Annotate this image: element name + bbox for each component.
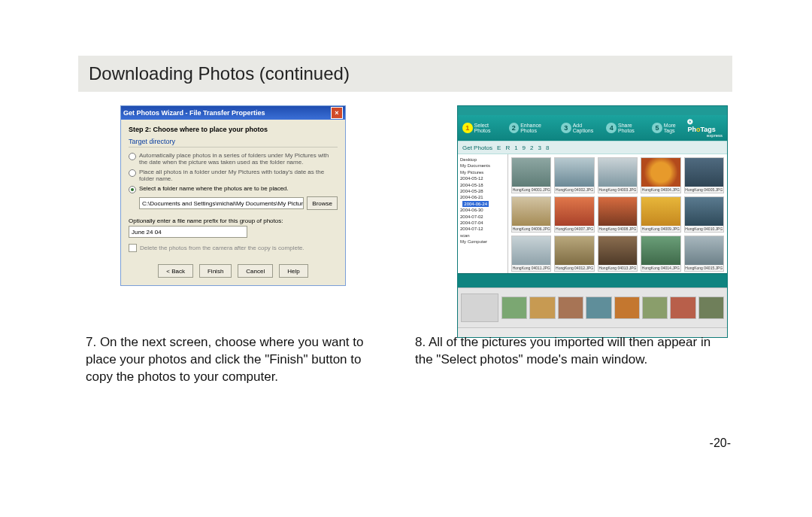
tray-controls[interactable] xyxy=(461,293,498,322)
tree-node[interactable]: 2004-06-21 xyxy=(460,194,505,200)
thumbnail-image xyxy=(598,197,637,226)
radio-option-today[interactable]: Place all photos in a folder under My Pi… xyxy=(129,169,338,182)
close-icon[interactable]: × xyxy=(331,107,343,119)
thumbnail[interactable]: HongKong 04005.JPG xyxy=(684,157,724,193)
thumbnail-label: HongKong 04007.JPG xyxy=(555,226,593,232)
workflow-step-2[interactable]: 2Enhance Photos xyxy=(509,123,558,133)
toolbar-item[interactable]: Get Photos xyxy=(462,144,492,151)
thumbnail[interactable]: HongKong 04006.JPG xyxy=(511,196,551,233)
dialog-titlebar: Get Photos Wizard - File Transfer Proper… xyxy=(121,106,345,120)
workflow-steps: 1Select Photos2Enhance Photos3Add Captio… xyxy=(462,123,687,133)
workflow-step-5[interactable]: 5More Tags xyxy=(652,123,687,133)
thumbnail[interactable]: HongKong 04001.JPG xyxy=(511,157,551,193)
folder-path-input[interactable]: C:\Documents and Settings\michal\My Docu… xyxy=(139,197,304,209)
tree-node[interactable]: scan xyxy=(460,233,505,239)
toolbar-item[interactable]: 1 xyxy=(514,144,517,151)
tray-thumbnail[interactable] xyxy=(642,297,668,319)
finish-button[interactable]: Finish xyxy=(199,264,232,278)
step-label: Add Captions xyxy=(573,123,604,133)
toolbar-item[interactable]: 2 xyxy=(530,144,533,151)
radio-option-select-folder[interactable]: Select a folder name where the photos ar… xyxy=(129,185,338,193)
page-number: -20- xyxy=(710,436,731,450)
tree-node[interactable]: 2004-07-02 xyxy=(460,214,505,220)
browse-button[interactable]: Browse xyxy=(307,196,338,210)
tree-node[interactable]: Desktop xyxy=(460,157,505,163)
dialog-title-text: Get Photos Wizard - File Transfer Proper… xyxy=(123,109,265,117)
thumbnail-image xyxy=(641,197,680,226)
folder-path-row: C:\Documents and Settings\michal\My Docu… xyxy=(139,196,338,210)
thumbnail-image xyxy=(598,236,637,265)
thumbnail[interactable]: HongKong 04009.JPG xyxy=(641,196,680,233)
workflow-step-1[interactable]: 1Select Photos xyxy=(462,123,506,133)
toolbar-item[interactable]: 8 xyxy=(546,144,549,151)
thumbnail[interactable]: HongKong 04007.JPG xyxy=(554,196,594,233)
thumbnail-label: HongKong 04008.JPG xyxy=(598,226,637,232)
dialog-step-label: Step 2: Choose where to place your photo… xyxy=(129,126,338,133)
section-header: Downloading Photos (continued) xyxy=(78,56,732,92)
thumbnail-image xyxy=(555,197,593,226)
step-label: Share Photos xyxy=(618,123,649,133)
tray-thumbnail[interactable] xyxy=(501,297,527,319)
tree-node[interactable]: My Computer xyxy=(460,239,505,245)
thumbnail-image xyxy=(512,197,550,226)
thumbnail[interactable]: HongKong 04002.JPG xyxy=(554,157,594,193)
tray-thumbnail[interactable] xyxy=(670,297,695,319)
thumbnail[interactable]: HongKong 04003.JPG xyxy=(598,157,638,193)
tree-node[interactable]: 2004-06-24 xyxy=(460,201,505,207)
thumbnail[interactable]: HongKong 04013.JPG xyxy=(598,236,638,272)
help-button[interactable]: Help xyxy=(279,264,308,278)
figure-wizard-dialog: Get Photos Wizard - File Transfer Proper… xyxy=(120,105,346,286)
tree-node[interactable]: 2004-07-04 xyxy=(460,220,505,226)
step-label: Select Photos xyxy=(474,123,506,133)
folder-tree[interactable]: DesktopMy Documents My Pictures 2004-05-… xyxy=(458,154,508,273)
tray-thumbnail[interactable] xyxy=(698,297,724,319)
radio-label: Automatically place photos in a series o… xyxy=(139,152,338,166)
app-logo: ❂ PhoTags express xyxy=(687,118,723,138)
thumbnail[interactable]: HongKong 04015.JPG xyxy=(684,236,724,272)
back-button[interactable]: < Back xyxy=(158,264,193,278)
thumbnail-label: HongKong 04003.JPG xyxy=(598,187,637,193)
toolbar-item[interactable]: 3 xyxy=(538,144,541,151)
workflow-step-4[interactable]: 4Share Photos xyxy=(606,123,649,133)
delete-checkbox-row[interactable]: Delete the photos from the camera after … xyxy=(129,244,338,252)
thumbnail-image xyxy=(641,158,680,187)
tree-node[interactable]: My Documents xyxy=(460,163,505,169)
thumbnail[interactable]: HongKong 04014.JPG xyxy=(641,236,680,272)
app-header: 1Select Photos2Enhance Photos3Add Captio… xyxy=(458,115,727,141)
tree-node[interactable]: 2004-07-12 xyxy=(460,226,505,232)
workflow-step-3[interactable]: 3Add Captions xyxy=(561,123,603,133)
thumbnail-label: HongKong 04009.JPG xyxy=(641,226,680,232)
toolbar-item[interactable]: E xyxy=(497,144,501,151)
tree-node[interactable]: 2004-05-28 xyxy=(460,188,505,194)
prefix-input[interactable]: June 24 04 xyxy=(129,226,247,238)
toolbar-item[interactable]: 9 xyxy=(523,144,526,151)
thumbnail-image xyxy=(685,197,723,226)
tree-node[interactable]: 2004-05-18 xyxy=(460,182,505,188)
thumbnail-label: HongKong 04011.JPG xyxy=(512,265,550,271)
tray-thumbnails xyxy=(501,294,724,321)
caption-step-7: 7. On the next screen, choose where you … xyxy=(86,334,386,386)
section-title: Downloading Photos (continued) xyxy=(89,63,350,84)
tray-thumbnail[interactable] xyxy=(614,297,640,319)
tray-thumbnail[interactable] xyxy=(586,297,611,319)
radio-option-auto[interactable]: Automatically place photos in a series o… xyxy=(129,152,338,166)
tree-node[interactable]: 2004-05-12 xyxy=(460,175,505,181)
tray-thumbnail[interactable] xyxy=(558,297,583,319)
thumbnail-label: HongKong 04010.JPG xyxy=(685,226,723,232)
thumbnail-label: HongKong 04014.JPG xyxy=(641,265,680,271)
logo-icon: ❂ xyxy=(687,118,693,126)
thumbnail[interactable]: HongKong 04004.JPG xyxy=(641,157,680,193)
toolbar-item[interactable]: R xyxy=(505,144,510,151)
cancel-button[interactable]: Cancel xyxy=(238,264,273,278)
tray-thumbnail[interactable] xyxy=(529,297,555,319)
tree-node[interactable]: 2004-06-30 xyxy=(460,207,505,213)
thumbnail[interactable]: HongKong 04008.JPG xyxy=(598,196,638,233)
thumbnail-image xyxy=(598,158,637,187)
thumbnail[interactable]: HongKong 04011.JPG xyxy=(511,236,551,272)
radio-icon xyxy=(129,153,136,160)
tree-node[interactable]: My Pictures xyxy=(460,169,505,175)
checkbox-icon xyxy=(129,244,137,252)
thumbnail-image xyxy=(512,236,550,265)
thumbnail[interactable]: HongKong 04012.JPG xyxy=(554,236,594,272)
thumbnail[interactable]: HongKong 04010.JPG xyxy=(684,196,724,233)
